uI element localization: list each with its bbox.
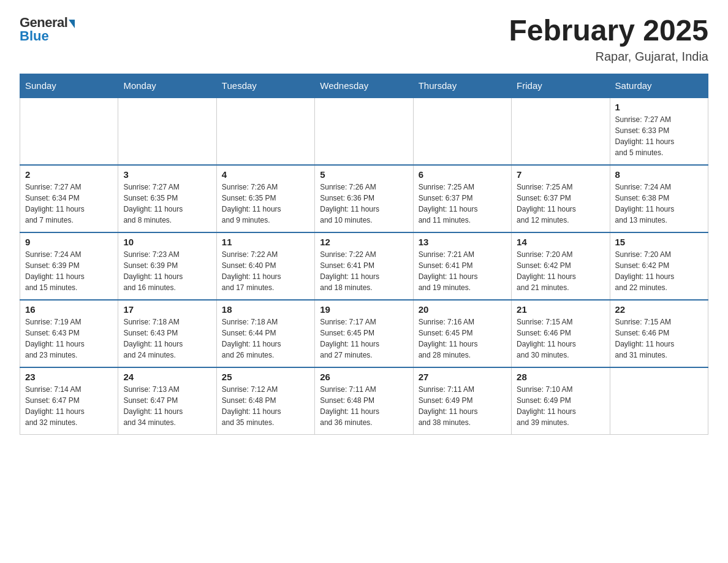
calendar-cell: [20, 98, 118, 165]
calendar-cell: 22Sunrise: 7:15 AM Sunset: 6:46 PM Dayli…: [610, 300, 708, 367]
calendar-cell: 17Sunrise: 7:18 AM Sunset: 6:43 PM Dayli…: [118, 300, 216, 367]
calendar-cell: 25Sunrise: 7:12 AM Sunset: 6:48 PM Dayli…: [216, 367, 314, 435]
calendar-cell: 3Sunrise: 7:27 AM Sunset: 6:35 PM Daylig…: [118, 165, 216, 232]
day-number: 23: [25, 372, 113, 382]
calendar-cell: 20Sunrise: 7:16 AM Sunset: 6:45 PM Dayli…: [413, 300, 511, 367]
calendar-cell: 9Sunrise: 7:24 AM Sunset: 6:39 PM Daylig…: [20, 232, 118, 300]
calendar-cell: [610, 367, 708, 435]
location-title: Rapar, Gujarat, India: [509, 50, 708, 64]
calendar-cell: 18Sunrise: 7:18 AM Sunset: 6:44 PM Dayli…: [216, 300, 314, 367]
page-header: General Blue February 2025 Rapar, Gujara…: [20, 15, 708, 64]
day-number: 1: [615, 102, 703, 112]
day-number: 21: [517, 304, 604, 315]
weekday-header-saturday: Saturday: [610, 74, 708, 98]
calendar-cell: 15Sunrise: 7:20 AM Sunset: 6:42 PM Dayli…: [610, 232, 708, 300]
day-number: 3: [123, 169, 211, 180]
calendar-week-1: 2Sunrise: 7:27 AM Sunset: 6:34 PM Daylig…: [20, 165, 708, 232]
day-info: Sunrise: 7:22 AM Sunset: 6:40 PM Dayligh…: [222, 249, 309, 293]
calendar-cell: 16Sunrise: 7:19 AM Sunset: 6:43 PM Dayli…: [20, 300, 118, 367]
day-info: Sunrise: 7:11 AM Sunset: 6:49 PM Dayligh…: [419, 384, 506, 428]
day-number: 17: [123, 304, 211, 315]
weekday-header-wednesday: Wednesday: [315, 74, 413, 98]
calendar-table: SundayMondayTuesdayWednesdayThursdayFrid…: [20, 74, 708, 435]
weekday-header-thursday: Thursday: [413, 74, 511, 98]
day-number: 12: [320, 237, 408, 247]
weekday-header-friday: Friday: [512, 74, 610, 98]
day-info: Sunrise: 7:20 AM Sunset: 6:42 PM Dayligh…: [517, 249, 604, 293]
weekday-header-sunday: Sunday: [20, 74, 118, 98]
day-number: 28: [517, 372, 604, 382]
day-info: Sunrise: 7:25 AM Sunset: 6:37 PM Dayligh…: [419, 182, 506, 226]
day-info: Sunrise: 7:22 AM Sunset: 6:41 PM Dayligh…: [320, 249, 408, 293]
day-number: 22: [615, 304, 703, 315]
day-info: Sunrise: 7:18 AM Sunset: 6:44 PM Dayligh…: [222, 316, 309, 361]
day-info: Sunrise: 7:24 AM Sunset: 6:38 PM Dayligh…: [615, 182, 703, 226]
calendar-body: 1Sunrise: 7:27 AM Sunset: 6:33 PM Daylig…: [20, 98, 708, 435]
calendar-cell: [118, 98, 216, 165]
day-number: 11: [222, 237, 309, 247]
calendar-cell: 19Sunrise: 7:17 AM Sunset: 6:45 PM Dayli…: [315, 300, 413, 367]
calendar-cell: 7Sunrise: 7:25 AM Sunset: 6:37 PM Daylig…: [512, 165, 610, 232]
weekday-header-monday: Monday: [118, 74, 216, 98]
day-number: 13: [419, 237, 506, 247]
day-number: 4: [222, 169, 309, 180]
day-info: Sunrise: 7:20 AM Sunset: 6:42 PM Dayligh…: [615, 249, 703, 293]
calendar-week-0: 1Sunrise: 7:27 AM Sunset: 6:33 PM Daylig…: [20, 98, 708, 165]
day-number: 7: [517, 169, 604, 180]
calendar-cell: 2Sunrise: 7:27 AM Sunset: 6:34 PM Daylig…: [20, 165, 118, 232]
calendar-cell: [216, 98, 314, 165]
day-number: 15: [615, 237, 703, 247]
calendar-cell: 6Sunrise: 7:25 AM Sunset: 6:37 PM Daylig…: [413, 165, 511, 232]
title-area: February 2025 Rapar, Gujarat, India: [509, 15, 708, 64]
calendar-cell: 1Sunrise: 7:27 AM Sunset: 6:33 PM Daylig…: [610, 98, 708, 165]
day-info: Sunrise: 7:19 AM Sunset: 6:43 PM Dayligh…: [25, 316, 113, 361]
calendar-cell: 5Sunrise: 7:26 AM Sunset: 6:36 PM Daylig…: [315, 165, 413, 232]
logo-arrow-icon: [69, 20, 75, 28]
day-number: 2: [25, 169, 113, 180]
calendar-cell: 13Sunrise: 7:21 AM Sunset: 6:41 PM Dayli…: [413, 232, 511, 300]
day-number: 6: [419, 169, 506, 180]
day-info: Sunrise: 7:27 AM Sunset: 6:35 PM Dayligh…: [123, 182, 211, 226]
calendar-week-2: 9Sunrise: 7:24 AM Sunset: 6:39 PM Daylig…: [20, 232, 708, 300]
logo-blue-text: Blue: [20, 28, 49, 44]
day-number: 14: [517, 237, 604, 247]
day-number: 27: [419, 372, 506, 382]
calendar-cell: 12Sunrise: 7:22 AM Sunset: 6:41 PM Dayli…: [315, 232, 413, 300]
calendar-cell: [315, 98, 413, 165]
day-number: 8: [615, 169, 703, 180]
calendar-week-4: 23Sunrise: 7:14 AM Sunset: 6:47 PM Dayli…: [20, 367, 708, 435]
calendar-cell: 4Sunrise: 7:26 AM Sunset: 6:35 PM Daylig…: [216, 165, 314, 232]
day-info: Sunrise: 7:15 AM Sunset: 6:46 PM Dayligh…: [517, 316, 604, 361]
day-info: Sunrise: 7:27 AM Sunset: 6:34 PM Dayligh…: [25, 182, 113, 226]
day-number: 5: [320, 169, 408, 180]
calendar-cell: 23Sunrise: 7:14 AM Sunset: 6:47 PM Dayli…: [20, 367, 118, 435]
calendar-cell: 26Sunrise: 7:11 AM Sunset: 6:48 PM Dayli…: [315, 367, 413, 435]
day-info: Sunrise: 7:21 AM Sunset: 6:41 PM Dayligh…: [419, 249, 506, 293]
day-info: Sunrise: 7:26 AM Sunset: 6:35 PM Dayligh…: [222, 182, 309, 226]
calendar-cell: 21Sunrise: 7:15 AM Sunset: 6:46 PM Dayli…: [512, 300, 610, 367]
calendar-cell: [413, 98, 511, 165]
weekday-header-row: SundayMondayTuesdayWednesdayThursdayFrid…: [20, 74, 708, 98]
calendar-cell: 11Sunrise: 7:22 AM Sunset: 6:40 PM Dayli…: [216, 232, 314, 300]
day-info: Sunrise: 7:27 AM Sunset: 6:33 PM Dayligh…: [615, 114, 703, 158]
day-info: Sunrise: 7:18 AM Sunset: 6:43 PM Dayligh…: [123, 316, 211, 361]
calendar-cell: 10Sunrise: 7:23 AM Sunset: 6:39 PM Dayli…: [118, 232, 216, 300]
day-info: Sunrise: 7:13 AM Sunset: 6:47 PM Dayligh…: [123, 384, 211, 428]
day-number: 26: [320, 372, 408, 382]
calendar-cell: 8Sunrise: 7:24 AM Sunset: 6:38 PM Daylig…: [610, 165, 708, 232]
day-info: Sunrise: 7:16 AM Sunset: 6:45 PM Dayligh…: [419, 316, 506, 361]
day-number: 24: [123, 372, 211, 382]
day-number: 18: [222, 304, 309, 315]
weekday-header-tuesday: Tuesday: [216, 74, 314, 98]
month-title: February 2025: [509, 15, 708, 47]
day-info: Sunrise: 7:24 AM Sunset: 6:39 PM Dayligh…: [25, 249, 113, 293]
day-number: 19: [320, 304, 408, 315]
day-number: 9: [25, 237, 113, 247]
day-info: Sunrise: 7:26 AM Sunset: 6:36 PM Dayligh…: [320, 182, 408, 226]
day-info: Sunrise: 7:10 AM Sunset: 6:49 PM Dayligh…: [517, 384, 604, 428]
calendar-cell: 24Sunrise: 7:13 AM Sunset: 6:47 PM Dayli…: [118, 367, 216, 435]
logo: General Blue: [20, 15, 75, 44]
calendar-cell: 27Sunrise: 7:11 AM Sunset: 6:49 PM Dayli…: [413, 367, 511, 435]
day-info: Sunrise: 7:11 AM Sunset: 6:48 PM Dayligh…: [320, 384, 408, 428]
day-info: Sunrise: 7:25 AM Sunset: 6:37 PM Dayligh…: [517, 182, 604, 226]
